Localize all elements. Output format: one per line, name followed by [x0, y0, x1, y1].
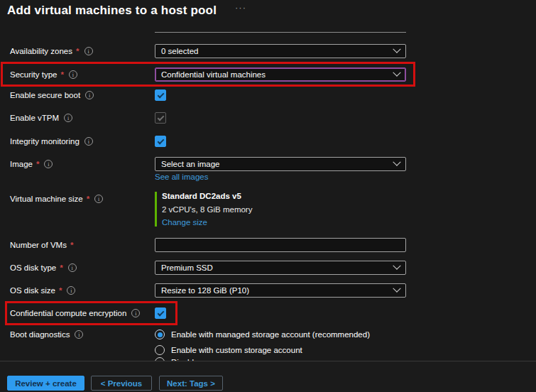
- integrity-monitoring-label: Integrity monitoring: [10, 135, 93, 148]
- confidential-compute-encryption-label: Confidential compute encryption: [10, 307, 140, 320]
- dropdown-value: Confidential virtual machines: [161, 70, 266, 79]
- radio-label: Enable with custom storage account: [171, 346, 302, 354]
- image-label: Image*: [10, 157, 53, 171]
- number-of-vms-label: Number of VMs*: [10, 238, 73, 252]
- info-icon[interactable]: [85, 91, 94, 99]
- required-asterisk: *: [60, 263, 62, 272]
- label-text: Image: [10, 160, 33, 168]
- os-disk-size-dropdown[interactable]: Resize to 128 GiB (P10): [155, 283, 406, 298]
- label-text: Boot diagnostics: [10, 330, 70, 339]
- vm-size-name: Standard DC2ads v5: [162, 192, 406, 200]
- label-text: Enable vTPM: [10, 114, 59, 122]
- required-asterisk: *: [87, 195, 89, 203]
- label-text: Enable secure boot: [10, 91, 80, 99]
- required-asterisk: *: [59, 286, 62, 295]
- review-create-button[interactable]: Review + create: [7, 376, 84, 391]
- info-icon[interactable]: [84, 47, 93, 55]
- boot-diagnostics-label: Boot diagnostics: [10, 328, 83, 341]
- radio-unselected-icon[interactable]: [155, 345, 165, 355]
- required-asterisk: *: [36, 160, 39, 168]
- chevron-down-icon: [393, 285, 400, 293]
- number-of-vms-input[interactable]: [161, 241, 400, 249]
- enable-vtpm-checkbox: [155, 112, 166, 124]
- label-text: OS disk size: [10, 286, 55, 295]
- checkmark-icon: [157, 114, 164, 121]
- label-text: Security type: [10, 70, 57, 79]
- enable-secure-boot-label: Enable secure boot: [10, 89, 94, 102]
- virtual-machine-size-label: Virtual machine size*: [10, 192, 103, 206]
- os-disk-type-dropdown[interactable]: Premium SSD: [155, 261, 406, 275]
- label-text: Availability zones: [10, 47, 72, 55]
- info-icon[interactable]: [75, 330, 83, 339]
- checkmark-icon: [157, 91, 164, 98]
- checkmark-icon: [157, 137, 164, 144]
- radio-dot: [158, 332, 163, 337]
- security-type-label: Security type*: [10, 67, 77, 82]
- clipped-field-bottom-border: [155, 32, 406, 33]
- enable-secure-boot-checkbox[interactable]: [155, 89, 166, 101]
- info-icon[interactable]: [67, 286, 75, 295]
- confidential-compute-encryption-checkbox[interactable]: [155, 307, 166, 319]
- info-icon[interactable]: [64, 114, 72, 122]
- wizard-footer: Review + create < Previous Next: Tags >: [0, 361, 536, 392]
- required-asterisk: *: [76, 47, 79, 55]
- security-type-dropdown[interactable]: Confidential virtual machines: [155, 67, 406, 82]
- required-asterisk: *: [70, 241, 73, 249]
- previous-button[interactable]: < Previous: [91, 376, 152, 391]
- info-icon[interactable]: [84, 137, 93, 146]
- required-asterisk: *: [60, 70, 63, 79]
- image-dropdown[interactable]: Select an image: [155, 157, 406, 171]
- integrity-monitoring-checkbox[interactable]: [155, 136, 166, 147]
- chevron-down-icon: [393, 45, 400, 53]
- info-icon[interactable]: [68, 263, 77, 272]
- label-text: Virtual machine size: [10, 195, 83, 203]
- page-title: Add virtual machines to a host pool: [7, 4, 217, 18]
- next-tags-button[interactable]: Next: Tags >: [159, 376, 223, 391]
- info-icon[interactable]: [131, 309, 140, 317]
- chevron-down-icon: [393, 158, 400, 166]
- label-text: Number of VMs: [10, 241, 67, 249]
- info-icon[interactable]: [44, 160, 53, 168]
- chevron-down-icon: [393, 69, 400, 77]
- change-size-link[interactable]: Change size: [162, 218, 406, 227]
- radio-label: Enable with managed storage account (rec…: [171, 330, 370, 339]
- add-vms-host-pool-page: Add virtual machines to a host pool ··· …: [0, 0, 536, 392]
- label-text: Confidential compute encryption: [10, 309, 126, 317]
- number-of-vms-field[interactable]: [155, 238, 406, 252]
- checkmark-icon: [157, 309, 164, 316]
- availability-zones-label: Availability zones*: [10, 44, 93, 58]
- radio-selected-icon[interactable]: [155, 330, 165, 339]
- more-options-icon[interactable]: ···: [235, 2, 246, 13]
- os-disk-size-label: OS disk size*: [10, 283, 75, 298]
- label-text: Integrity monitoring: [10, 137, 80, 146]
- dropdown-value: Premium SSD: [161, 263, 213, 272]
- availability-zones-dropdown[interactable]: 0 selected: [155, 44, 406, 58]
- info-icon[interactable]: [69, 70, 77, 79]
- boot-diagnostics-option-managed[interactable]: Enable with managed storage account (rec…: [155, 330, 370, 339]
- chevron-down-icon: [393, 262, 400, 270]
- see-all-images-link[interactable]: See all images: [155, 173, 208, 181]
- boot-diagnostics-option-custom[interactable]: Enable with custom storage account: [155, 345, 302, 355]
- info-icon[interactable]: [94, 195, 103, 203]
- os-disk-type-label: OS disk type*: [10, 261, 77, 275]
- label-text: OS disk type: [10, 263, 56, 272]
- dropdown-value: 0 selected: [161, 47, 198, 55]
- dropdown-value: Resize to 128 GiB (P10): [161, 286, 249, 295]
- enable-vtpm-label: Enable vTPM: [10, 111, 72, 124]
- dropdown-value: Select an image: [161, 160, 219, 168]
- vm-size-specs: 2 vCPU's, 8 GiB memory: [162, 205, 406, 214]
- vm-size-summary: Standard DC2ads v5 2 vCPU's, 8 GiB memor…: [155, 192, 406, 227]
